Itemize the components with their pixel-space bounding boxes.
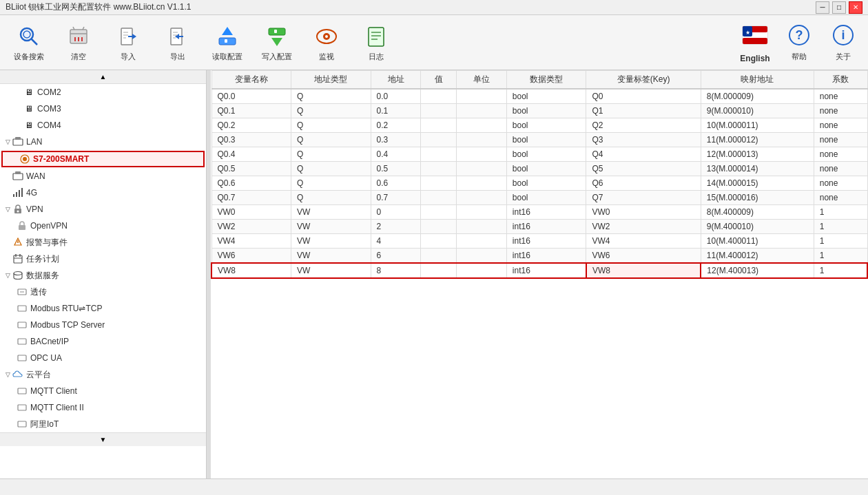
sidebar-item-modbus-rtu-tcp[interactable]: Modbus RTU⇌TCP — [0, 300, 206, 317]
table-row[interactable]: Q0.5Q0.5boolQ513(M.000014)none — [211, 162, 867, 176]
table-cell — [456, 104, 506, 118]
table-cell: Q — [291, 104, 371, 118]
table-cell — [456, 205, 506, 220]
table-row[interactable]: Q0.7Q0.7boolQ715(M.000016)none — [211, 191, 867, 205]
table-row[interactable]: VW2VW2int16VW29(M.400010)1 — [211, 220, 867, 234]
table-row[interactable]: VW6VW6int16VW611(M.400012)1 — [211, 249, 867, 264]
clear-button[interactable]: 清空 — [55, 19, 102, 67]
sidebar-item-com4[interactable]: 🖥 COM4 — [0, 117, 206, 134]
sidebar-item-openvpn[interactable]: OpenVPN — [0, 218, 206, 234]
svg-rect-67 — [18, 306, 26, 311]
toolbar: 设备搜索 清空 — [0, 15, 868, 70]
table-row[interactable]: VW4VW4int16VW410(M.400011)1 — [211, 234, 867, 249]
mqtt-client-icon — [17, 386, 28, 397]
read-config-button[interactable]: 读取配置 — [204, 19, 251, 67]
4g-icon — [12, 187, 23, 198]
table-cell: 10(M.400011) — [701, 234, 814, 249]
sidebar-item-modbus-tcp-server[interactable]: Modbus TCP Server — [0, 317, 206, 333]
com3-icon: 🖥 — [23, 103, 34, 114]
sidebar-item-lan[interactable]: ▽ LAN — [0, 134, 206, 150]
sidebar-item-com3[interactable]: 🖥 COM3 — [0, 101, 206, 117]
table-row[interactable]: Q0.1Q0.1boolQ19(M.000010)none — [211, 104, 867, 118]
table-cell: VW4 — [211, 234, 291, 249]
sidebar-item-mqtt-client[interactable]: MQTT Client — [0, 383, 206, 399]
table-cell: Q0.7 — [211, 191, 291, 205]
sidebar-item-mqtt-client-2[interactable]: MQTT Client II — [0, 399, 206, 416]
com2-expand — [14, 87, 23, 97]
table-cell — [421, 249, 457, 264]
alerts-label: 报警与事件 — [26, 237, 68, 249]
cloud-expand[interactable]: ▽ — [3, 370, 12, 379]
sidebar-scroll-up[interactable]: ▲ — [0, 70, 206, 84]
lan-expand[interactable]: ▽ — [3, 137, 12, 147]
table-cell: 11(M.400012) — [701, 249, 814, 264]
col-header-addr-type: 地址类型 — [291, 71, 371, 89]
sidebar-item-tasks[interactable]: 任务计划 — [0, 251, 206, 267]
table-cell: 0.5 — [371, 162, 421, 176]
help-button[interactable]: ? 帮助 — [780, 23, 818, 62]
close-button[interactable]: ✕ — [849, 1, 862, 14]
restore-button[interactable]: □ — [832, 1, 846, 14]
table-cell: 0.3 — [371, 133, 421, 147]
table-cell — [421, 220, 457, 234]
log-label: 日志 — [369, 52, 384, 62]
table-cell: 8(M.400009) — [701, 205, 814, 220]
table-cell: 13(M.000014) — [701, 162, 814, 176]
table-row[interactable]: VW0VW0int16VW08(M.400009)1 — [211, 205, 867, 220]
sidebar-scroll-down[interactable]: ▼ — [0, 432, 206, 446]
sidebar-item-aliyun-iot[interactable]: 阿里IoT — [0, 416, 206, 432]
svg-rect-68 — [18, 322, 26, 328]
import-button[interactable]: 导入 — [105, 19, 152, 67]
table-row[interactable]: Q0.3Q0.3boolQ311(M.000012)none — [211, 133, 867, 147]
sidebar-item-alerts[interactable]: 报警与事件 — [0, 234, 206, 251]
vpn-expand[interactable]: ▽ — [3, 204, 12, 214]
sidebar-item-cloud[interactable]: ▽ 云平台 — [0, 366, 206, 383]
sidebar-item-com2[interactable]: 🖥 COM2 — [0, 84, 206, 101]
table-cell: bool — [506, 147, 586, 162]
export-button[interactable]: 导出 — [154, 19, 201, 67]
table-cell — [421, 234, 457, 249]
sidebar-item-vpn[interactable]: ▽ VPN — [0, 201, 206, 218]
device-search-button[interactable]: 设备搜索 — [6, 19, 52, 67]
log-button[interactable]: 日志 — [353, 19, 400, 67]
table-row[interactable]: Q0.6Q0.6boolQ614(M.000015)none — [211, 176, 867, 191]
svg-point-2 — [23, 31, 30, 38]
english-button[interactable]: ★ English — [736, 22, 774, 63]
about-button[interactable]: i 关于 — [824, 23, 862, 62]
monitor-label: 监视 — [319, 52, 334, 62]
data-services-expand[interactable]: ▽ — [3, 271, 12, 280]
com4-label: COM4 — [37, 120, 61, 130]
table-cell: Q7 — [586, 191, 701, 205]
table-row[interactable]: Q0.4Q0.4boolQ412(M.000013)none — [211, 147, 867, 162]
about-label: 关于 — [836, 52, 851, 62]
table-cell: 1 — [814, 220, 867, 234]
device-search-label: 设备搜索 — [14, 52, 44, 62]
import-label: 导入 — [121, 52, 136, 62]
sidebar-item-bacnet-ip[interactable]: BACnet/IP — [0, 333, 206, 350]
table-cell: VW4 — [586, 234, 701, 249]
table-cell: 0.7 — [371, 191, 421, 205]
sidebar-item-transparent[interactable]: 透传 — [0, 284, 206, 300]
sidebar-item-wan[interactable]: WAN — [0, 168, 206, 185]
table-cell: 0 — [371, 205, 421, 220]
table-row[interactable]: VW8VW8int16VW812(M.400013)1 — [211, 263, 867, 278]
table-row[interactable]: Q0.0Q0.0boolQ08(M.000009)none — [211, 89, 867, 104]
table-row[interactable]: Q0.2Q0.2boolQ210(M.000011)none — [211, 118, 867, 133]
table-cell: 9(M.000010) — [701, 104, 814, 118]
table-cell — [421, 191, 457, 205]
minimize-button[interactable]: ─ — [816, 1, 829, 14]
sidebar-item-s7-200smart[interactable]: S7-200SMART — [1, 151, 205, 167]
monitor-button[interactable]: 监视 — [303, 19, 350, 67]
data-services-icon — [12, 270, 23, 281]
svg-point-30 — [325, 35, 328, 38]
table-cell: Q0.6 — [211, 176, 291, 191]
sidebar-item-data-services[interactable]: ▽ 数据服务 — [0, 267, 206, 284]
write-config-button[interactable]: 写入配置 — [254, 19, 300, 67]
mqtt-client-2-label: MQTT Client II — [30, 403, 84, 412]
sidebar-item-opc-ua[interactable]: OPC UA — [0, 350, 206, 366]
table-cell: Q — [291, 133, 371, 147]
toolbar-right: ★ English ? 帮助 i 关于 — [736, 22, 862, 63]
table-cell: Q4 — [586, 147, 701, 162]
sidebar-item-4g[interactable]: 4G — [0, 185, 206, 201]
table-cell: Q0.2 — [211, 118, 291, 133]
